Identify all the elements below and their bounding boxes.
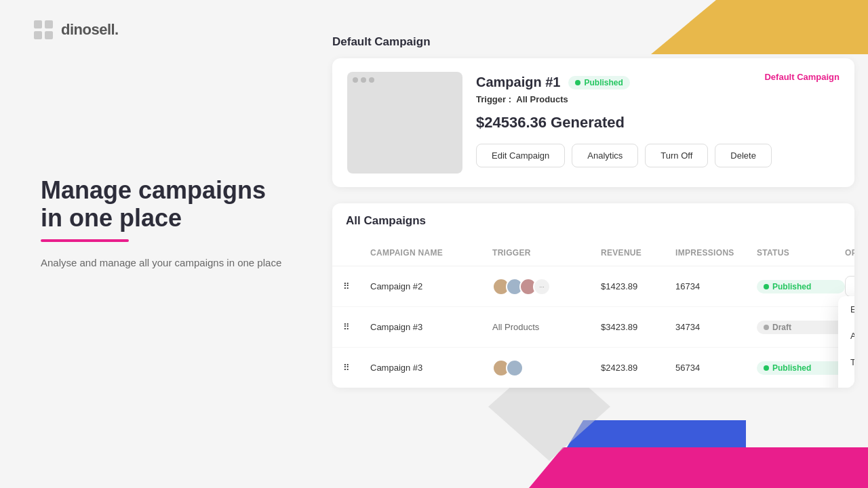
default-campaign-card: Campaign #1 Published Trigger : All Prod… — [332, 58, 854, 187]
row-status-dot-draft — [764, 325, 769, 330]
row-trigger: All Products — [492, 322, 601, 332]
th-drag — [343, 248, 370, 258]
row-revenue: $1423.89 — [601, 281, 675, 291]
row-status: Draft — [757, 321, 845, 334]
row-status-dot — [764, 284, 769, 289]
thumbnail-dot-1 — [353, 77, 358, 83]
avatar-2 — [506, 359, 524, 377]
row-campaign-name: Campaign #3 — [370, 363, 492, 373]
th-impressions: Impressions — [675, 248, 757, 258]
row-status: Published — [757, 361, 845, 375]
delete-button[interactable]: Delete — [715, 144, 772, 167]
edit-campaign-button[interactable]: Edit Campaign — [476, 144, 565, 167]
svg-rect-0 — [34, 20, 42, 28]
all-campaigns-table: All Campaigns Campaign Name Trigger Reve… — [332, 203, 854, 388]
corner-decoration-pink — [529, 447, 868, 488]
row-impressions: 34734 — [675, 322, 757, 332]
left-panel: Manage campaigns in one place Analyse an… — [41, 176, 285, 270]
campaign-name: Campaign #1 — [476, 75, 560, 90]
svg-rect-3 — [45, 31, 53, 39]
th-trigger: Trigger — [492, 248, 601, 258]
table-row: ⠿ Campaign #2 ··· $1423.89 16734 Publish… — [332, 266, 854, 307]
drag-handle[interactable]: ⠿ — [343, 281, 370, 291]
row-status-badge: Published — [757, 361, 845, 375]
hero-subtitle: Analyse and manage all your campaigns in… — [41, 256, 285, 271]
default-campaign-title: Default Campaign — [332, 35, 854, 49]
row-revenue: $2423.89 — [601, 363, 675, 373]
drag-handle[interactable]: ⠿ — [343, 322, 370, 332]
dropdown-analytics[interactable]: Analytics — [838, 323, 854, 349]
hero-underline — [41, 239, 129, 242]
analytics-button[interactable]: Analytics — [572, 144, 638, 167]
turn-off-button[interactable]: Turn Off — [645, 144, 708, 167]
avatar-more: ··· — [533, 278, 551, 296]
logo: dinosell. — [33, 19, 119, 41]
table-header: Campaign Name Trigger Revenue Impression… — [332, 240, 854, 266]
row-campaign-name: Campaign #2 — [370, 281, 492, 291]
dropdown-set-default[interactable]: Set as Default — [838, 375, 854, 388]
row-revenue: $3423.89 — [601, 322, 675, 332]
status-dot — [575, 80, 580, 85]
th-name: Campaign Name — [370, 248, 492, 258]
trigger-text: Trigger : All Products — [476, 94, 840, 104]
row-operations: Actions ▼ Edit Campaign Analytics Turn O… — [845, 276, 854, 297]
campaign-status-badge: Published — [568, 76, 629, 89]
drag-handle[interactable]: ⠿ — [343, 363, 370, 373]
trigger-value: All Products — [516, 94, 568, 104]
all-campaigns-title: All Campaigns — [346, 214, 841, 228]
revenue-text: $24536.36 Generated — [476, 114, 840, 131]
campaign-info: Campaign #1 Published Trigger : All Prod… — [476, 72, 840, 167]
dropdown-edit-campaign[interactable]: Edit Campaign — [838, 296, 854, 323]
row-trigger: ··· — [492, 278, 601, 296]
row-impressions: 56734 — [675, 363, 757, 373]
thumbnail-dots — [353, 77, 374, 83]
action-buttons: Edit Campaign Analytics Turn Off Delete — [476, 144, 840, 167]
thumbnail-dot-3 — [369, 77, 374, 83]
th-status: Status — [757, 248, 845, 258]
avatar-group: ··· — [492, 278, 601, 296]
campaign-thumbnail — [347, 72, 462, 174]
row-status-badge: Published — [757, 280, 845, 293]
th-operations: Operations — [845, 248, 854, 258]
svg-rect-2 — [34, 31, 42, 39]
row-impressions: 16734 — [675, 281, 757, 291]
row-status: Published — [757, 280, 845, 293]
default-campaign-label: Default Campaign — [764, 72, 840, 82]
main-panel: Default Campaign Campaign #1 Published T… — [332, 35, 854, 388]
hero-title: Manage campaigns in one place — [41, 176, 285, 232]
logo-icon — [33, 19, 54, 41]
svg-rect-1 — [45, 20, 53, 28]
actions-dropdown: Edit Campaign Analytics Turn Off Campaig… — [838, 296, 854, 388]
avatar-group — [492, 359, 601, 377]
logo-text: dinosell. — [61, 21, 119, 39]
row-trigger — [492, 359, 601, 377]
actions-button[interactable]: Actions ▼ — [845, 276, 854, 297]
row-status-dot — [764, 365, 769, 371]
table-row: ⠿ Campaign #3 All Products $3423.89 3473… — [332, 307, 854, 348]
th-revenue: Revenue — [601, 248, 675, 258]
dropdown-turn-off[interactable]: Turn Off Campaign — [838, 349, 854, 375]
thumbnail-dot-2 — [361, 77, 366, 83]
row-campaign-name: Campaign #3 — [370, 322, 492, 332]
row-status-badge-draft: Draft — [757, 321, 845, 334]
table-row: ⠿ Campaign #3 $2423.89 56734 Published A… — [332, 348, 854, 388]
